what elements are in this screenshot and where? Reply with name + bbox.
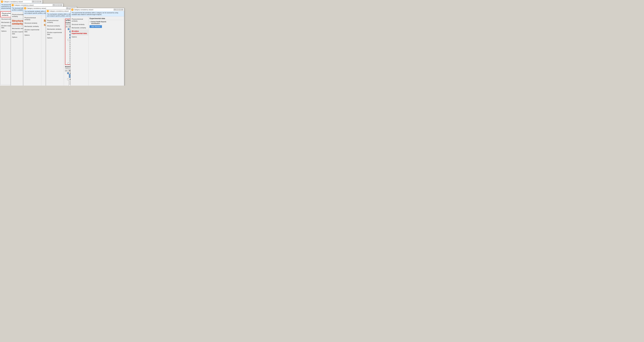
plausible-met-cb[interactable]	[67, 78, 69, 80]
sidebar-item-mechanistic-3[interactable]: Mechanistic similarity	[23, 25, 41, 28]
window-title-1: ⚙ Category consistency wizard	[1, 1, 23, 2]
tree-human-health: ▼ Human Health Hazards	[90, 21, 123, 23]
wizard-main-5: Experimental data ▼ Human Health Hazards…	[88, 16, 124, 86]
sidebar-item-physchem-4[interactable]: Physicochemical similarity	[46, 19, 64, 24]
exp-data-header: Experimental data	[90, 18, 123, 20]
titlebar-2: ⚙ Category consistency wizard ❐ ─ □ ✕	[11, 4, 63, 7]
sidebar-item-structural-4[interactable]: Structural similarity	[46, 24, 64, 28]
app-icon-1: ⚙	[1, 1, 3, 2]
title-text-5: Category consistency wizard	[74, 9, 93, 10]
maximize-btn-5[interactable]: □	[118, 9, 121, 11]
sidebar-item-structural-3[interactable]: Structural similarity	[23, 22, 41, 25]
options-label-4: Options	[66, 23, 70, 25]
sidebar-4: Physicochemical similarity Structural si…	[46, 18, 64, 86]
sidebar-5: Physicochemical similarity Structural si…	[70, 16, 88, 86]
window-controls-5: ❐ ─ □ ✕	[114, 9, 123, 11]
sidebar-item-ecotox-5[interactable]: (Eco)tox experimental data	[70, 30, 88, 35]
window-title-5: ⚙ Category consistency wizard	[71, 9, 93, 11]
window-5: ⚙ Category consistency wizard ❐ ─ □ ✕ Th…	[70, 8, 124, 86]
minimize-btn-1[interactable]: ─	[34, 1, 36, 2]
window-title-4: ⚙ Category consistency wizard	[47, 10, 68, 12]
window-controls-2: ❐ ─ □ ✕	[52, 4, 62, 6]
app-icon-5: ⚙	[71, 9, 73, 11]
f-btn-met[interactable]: f	[65, 70, 67, 72]
titlebar-1: ⚙ Category consistency wizard ❐ ─ □ ✕	[0, 0, 42, 3]
window-title-3: ⚙ Category consistency wizard	[24, 7, 46, 9]
collapse-hh-icon: ▼	[90, 21, 91, 22]
suitable-checkbox-4[interactable]: ✓	[68, 28, 70, 30]
sidebar-item-structural-5[interactable]: Structural similarity	[70, 23, 88, 26]
add-remove-btn-5[interactable]: Add / Remove	[90, 25, 102, 28]
sidebar-item-mechanistic-4[interactable]: Mechanistic similarity	[46, 28, 64, 31]
title-text-2: Category consistency wizard	[14, 4, 34, 6]
title-text-4: Category consistency wizard	[49, 10, 68, 12]
app-icon-2: ⚙	[12, 4, 14, 6]
title-text-3: Category consistency wizard	[27, 8, 46, 9]
sidebar-item-ecotox-3[interactable]: (Eco)tox experimental data	[23, 28, 41, 34]
sidebar-item-options-4[interactable]: Options	[46, 36, 64, 40]
minimize-btn-5[interactable]: ─	[116, 9, 118, 11]
restore-btn-2[interactable]: ❐	[52, 4, 55, 6]
tree-sensitisation: Sensitisation	[90, 23, 123, 24]
plausible-checkbox-4[interactable]	[68, 39, 70, 41]
window-title-2: ⚙ Category consistency wizard	[12, 4, 34, 6]
mech-collapse-icon: ◀	[66, 20, 67, 21]
minimize-btn-2[interactable]: ─	[55, 4, 57, 6]
suitable-met-cb[interactable]: ✓	[67, 72, 69, 74]
unclassified-checkbox-4[interactable]	[68, 62, 70, 64]
sidebar-item-options-3[interactable]: Options	[23, 34, 41, 37]
restore-btn-3[interactable]: ❐	[66, 7, 68, 9]
close-btn-5[interactable]: ✕	[121, 9, 123, 11]
sidebar-item-ecotox-4[interactable]: (Eco)tox experimental data	[46, 31, 64, 36]
app-icon-4: ⚙	[47, 10, 49, 12]
restore-btn-1[interactable]: ❐	[32, 1, 34, 2]
title-text-1: Category consistency wizard	[4, 1, 23, 2]
f-btn-4[interactable]: f	[66, 26, 68, 28]
options-met-label: Options	[65, 68, 70, 69]
sidebar-item-physchem-5[interactable]: Physicochemical similarity	[70, 18, 88, 23]
sidebar-item-mechanistic-5[interactable]: Mechanistic similarity	[70, 26, 88, 30]
wizard-body-5: Physicochemical similarity Structural si…	[70, 16, 124, 86]
info-text-5: The experimental dat asimilarity within …	[72, 12, 118, 15]
app-icon-3: ⚙	[24, 7, 26, 9]
maximize-btn-1[interactable]: □	[37, 1, 39, 2]
exp-data-tree: ▼ Human Health Hazards Sensitisation	[90, 21, 123, 24]
titlebar-5: ⚙ Category consistency wizard ❐ ─ □ ✕	[70, 8, 124, 11]
window-controls-1: ❐ ─ □ ✕	[32, 1, 42, 2]
restore-btn-5[interactable]: ❐	[114, 9, 116, 11]
info-bar-5: The experimental dat asimilarity within …	[70, 11, 124, 16]
sidebar-item-options-5[interactable]: Options	[70, 35, 88, 38]
close-btn-2[interactable]: ✕	[60, 4, 62, 6]
ecotox-sidebar-label: (Eco)tox experimental data	[72, 30, 87, 34]
sidebar-3: Physicochemical similarity Structural si…	[23, 15, 41, 86]
maximize-btn-2[interactable]: □	[58, 4, 60, 6]
close-btn-1[interactable]: ✕	[39, 1, 42, 2]
sidebar-item-physchem-3[interactable]: Physicochemical similarity	[23, 16, 41, 22]
